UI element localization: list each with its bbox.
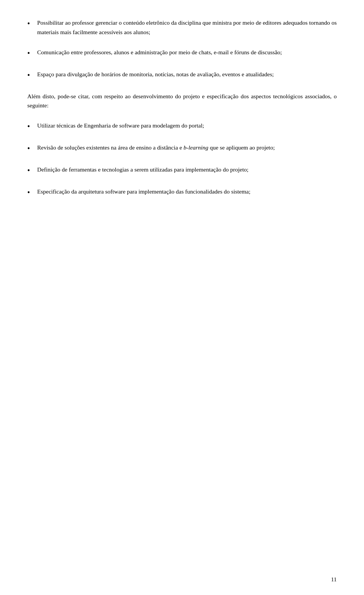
bullet-text: Possibilitar ao professor gerenciar o co… [37,18,337,37]
bullet-text: Espaço para divulgação de horários de mo… [37,70,337,79]
text-before-italic: Revisão de soluções existentes na área d… [37,144,184,151]
page-number: 11 [331,576,337,583]
bullet-text: Especificação da arquitetura software pa… [37,187,337,197]
bullet-list-main: • Possibilitar ao professor gerenciar o … [27,18,337,81]
list-item: • Possibilitar ao professor gerenciar o … [27,18,337,37]
list-item: • Definição de ferramentas e tecnologias… [27,165,337,176]
bullet-list-tech: • Utilizar técnicas de Engenharia de sof… [27,121,337,198]
text-after-italic: que se apliquem ao projeto; [209,144,275,151]
bullet-text: Comunicação entre professores, alunos e … [37,48,337,57]
bullet-text: Utilizar técnicas de Engenharia de softw… [37,121,337,131]
bullet-dot: • [27,142,36,154]
bullet-dot: • [27,47,36,59]
bullet-dot: • [27,164,36,176]
bullet-dot: • [27,69,36,81]
list-item: • Espaço para divulgação de horários de … [27,70,337,81]
bullet-dot: • [27,186,36,198]
bullet-text-italic-mixed: Revisão de soluções existentes na área d… [37,143,337,153]
page-container: • Possibilitar ao professor gerenciar o … [0,0,364,595]
list-item: • Revisão de soluções existentes na área… [27,143,337,154]
intro-paragraph: Além disto, pode-se citar, com respeito … [27,92,337,111]
bullet-text: Definição de ferramentas e tecnologias a… [37,165,337,175]
list-item: • Comunicação entre professores, alunos … [27,48,337,59]
bullet-dot: • [27,17,36,30]
list-item: • Especificação da arquitetura software … [27,187,337,198]
bullet-dot: • [27,120,36,132]
text-italic: b-learning [184,144,208,151]
list-item: • Utilizar técnicas de Engenharia de sof… [27,121,337,132]
